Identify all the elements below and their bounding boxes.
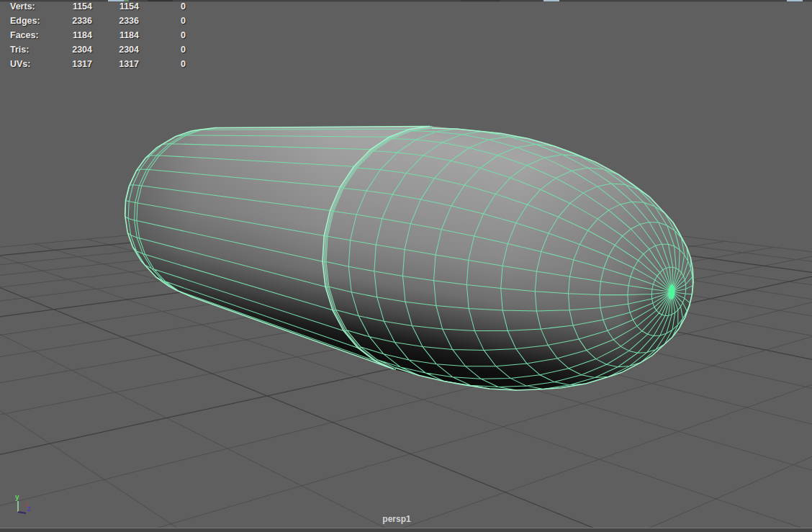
svg-text:x: x [24,500,29,508]
svg-text:y: y [15,493,19,501]
